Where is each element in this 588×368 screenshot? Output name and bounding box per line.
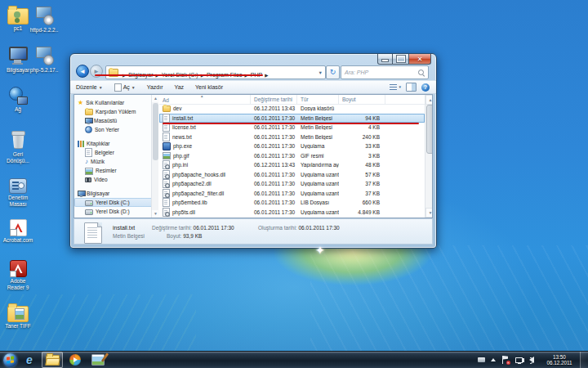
taskbar-paint[interactable]: [87, 352, 109, 368]
refresh-button[interactable]: ↻: [326, 65, 340, 79]
desktop-icon-Ağ[interactable]: Ağ: [2, 86, 34, 113]
sidebar-group-Sık Kullanılanlar[interactable]: ★Sık Kullanılanlar: [74, 98, 151, 107]
image-file-icon: [163, 152, 171, 159]
list-scrollbar[interactable]: ▲ ▼: [425, 95, 433, 218]
sidebar-item-Video[interactable]: Video: [74, 175, 151, 184]
volume-tray-icon[interactable]: [529, 357, 534, 363]
file-row-php5ts.dll[interactable]: php5ts.dll06.01.2011 17:30Uygulama uzant…: [159, 208, 425, 218]
start-button[interactable]: [3, 353, 17, 367]
file-type-cell: Uygulama uzantısı: [297, 191, 339, 196]
column-header-Tür[interactable]: Tür: [297, 95, 339, 104]
new-folder-button[interactable]: Yeni klasör: [189, 84, 229, 90]
file-type-cell: LIB Dosyası: [297, 200, 339, 205]
adobe-reader-icon: [10, 260, 27, 277]
file-name: php5apache2_filter.dll: [172, 191, 224, 196]
file-row-php5embed.lib[interactable]: php5embed.lib06.01.2011 17:30LIB Dosyası…: [159, 198, 425, 208]
desktop-icon-label: php-5.2.17..: [28, 67, 60, 74]
file-row-install.txt[interactable]: install.txt06.01.2011 17:30Metin Belgesi…: [159, 114, 425, 123]
hidden-icons-arrow[interactable]: [491, 358, 496, 361]
file-name: php5ts.dll: [172, 209, 195, 215]
desktop-icon-label: Denetim Masası: [2, 195, 34, 207]
scrollbar-thumb[interactable]: [153, 103, 158, 160]
taskbar-clock[interactable]: 13:50 06.12.2011: [542, 354, 577, 366]
desktop-icon-Acrobat.com[interactable]: Acrobat.com: [2, 218, 34, 244]
scroll-down-icon[interactable]: ▼: [425, 208, 433, 218]
sidebar-item-Müzik[interactable]: ♪Müzik: [74, 157, 151, 166]
music-icon: ♪: [85, 159, 88, 165]
file-name: php5apache2.dll: [172, 181, 212, 186]
sidebar-item-Yerel Disk (D:)[interactable]: Yerel Disk (D:): [74, 207, 151, 216]
taskbar: e ✕ 13:50 06.12.2011: [0, 351, 588, 368]
sidebar-item-Resimler[interactable]: Resimler: [74, 166, 151, 175]
file-row-dev[interactable]: dev06.12.2011 13:43Dosya klasörü: [159, 104, 425, 114]
search-input[interactable]: Ara: PHP: [341, 65, 429, 79]
text-file-icon: [84, 222, 102, 244]
folder-icon: [163, 105, 171, 112]
column-header-Değiştirme tarihi[interactable]: Değiştirme tarihi: [251, 95, 297, 104]
breadcrumb-dropdown-icon[interactable]: ▼: [318, 70, 325, 75]
open-menu[interactable]: Aç▼: [109, 83, 141, 92]
file-row-php5apache2.dll[interactable]: php5apache2.dll06.01.2011 17:30Uygulama …: [159, 179, 425, 189]
desktop-icon-httpd-2.2.2..[interactable]: httpd-2.2.2..: [28, 5, 60, 34]
close-button[interactable]: ✕: [408, 54, 431, 65]
dll-file-icon: [163, 189, 170, 198]
maximize-button[interactable]: [393, 54, 408, 65]
file-name-cell: php.ini: [159, 160, 251, 169]
minimize-button[interactable]: [377, 54, 393, 65]
maximize-icon: [397, 56, 405, 62]
taskbar-windows-explorer[interactable]: [42, 352, 63, 368]
action-center-flag-icon[interactable]: ✕: [502, 356, 509, 364]
file-row-php5apache2_filter.dll[interactable]: php5apache2_filter.dll06.01.2011 17:30Uy…: [159, 189, 425, 199]
sidebar-item-Masaüstü[interactable]: Masaüstü: [74, 116, 151, 125]
desktop-icon-Taner TIFF[interactable]: Taner TIFF: [2, 303, 34, 330]
sidebar-item-Son Yerler[interactable]: Son Yerler: [74, 125, 151, 134]
desktop-icon-Adobe Reader 9[interactable]: Adobe Reader 9: [2, 258, 34, 290]
file-row-news.txt[interactable]: news.txt06.01.2011 17:30Metin Belgesi240…: [159, 132, 425, 142]
desktop-icon-php-5.2.17..[interactable]: php-5.2.17..: [28, 45, 60, 74]
internet-explorer-icon: e: [26, 353, 33, 366]
sidebar-group-Bilgisayar[interactable]: Bilgisayar: [74, 189, 151, 198]
file-size-cell: 4 KB: [339, 124, 385, 130]
installer-icon: [34, 7, 54, 26]
file-row-php.exe[interactable]: php.exe06.01.2011 17:30Uygulama33 KB: [159, 141, 425, 151]
desktop-icon-Denetim Masası[interactable]: Denetim Masası: [2, 177, 34, 207]
desktop-icon-Geri Dönüşü...[interactable]: Geri Dönüşü...: [2, 129, 34, 164]
device-tray-icon[interactable]: [478, 357, 485, 362]
scrollbar-thumb[interactable]: [426, 105, 433, 154]
file-name: dev: [173, 105, 181, 111]
burn-button[interactable]: Yaz: [168, 84, 189, 90]
file-size-cell: 57 KB: [339, 172, 385, 177]
sidebar-scrollbar[interactable]: ▲ ▼: [151, 95, 158, 218]
print-button[interactable]: Yazdır: [141, 84, 169, 90]
file-name-cell: news.txt: [159, 132, 251, 141]
sidebar-item-Karşıdan Yüklem[interactable]: Karşıdan Yüklem: [74, 107, 151, 116]
breadcrumb[interactable]: ▶Bilgisayar▶Yerel Disk (C:)▶Program File…: [105, 65, 326, 79]
scroll-up-icon[interactable]: ▲: [425, 95, 433, 105]
sidebar-item-Yerel Disk (C:)[interactable]: Yerel Disk (C:): [74, 198, 151, 207]
back-button[interactable]: ◄: [76, 65, 89, 78]
taskbar-media-player[interactable]: [65, 352, 86, 368]
file-name-cell: php5apache2.dll: [159, 179, 251, 188]
sidebar-item-label: Karşıdan Yüklem: [96, 109, 136, 114]
scroll-up-icon[interactable]: ▲: [152, 95, 159, 102]
sidebar-item-Belgeler[interactable]: Belgeler: [74, 148, 151, 157]
application-icon: [163, 142, 171, 150]
help-button[interactable]: ?: [421, 83, 430, 92]
change-view-button[interactable]: [390, 83, 401, 92]
preview-pane-button[interactable]: [406, 83, 416, 92]
scroll-down-icon[interactable]: ▼: [152, 210, 159, 218]
column-header-Ad[interactable]: Ad▲: [159, 95, 251, 104]
file-row-php5apache_hooks.dll[interactable]: php5apache_hooks.dll06.01.2011 17:30Uygu…: [159, 170, 425, 180]
file-row-php.ini[interactable]: php.ini06.12.2011 13:43Yapılandırma ayar…: [159, 160, 425, 170]
file-row-php.gif[interactable]: php.gif06.01.2011 17:30GIF resmi3 KB: [159, 151, 425, 161]
sidebar-group-Kitaplıklar[interactable]: Kitaplıklar: [74, 139, 151, 148]
recent-places-icon: [85, 126, 92, 133]
show-desktop-button[interactable]: [580, 352, 588, 368]
taskbar-internet-explorer[interactable]: e: [19, 352, 40, 368]
details-size: Boyut: 93,9 KB: [167, 233, 202, 239]
organize-menu[interactable]: Düzenle▼: [70, 84, 109, 90]
lib-file-icon: [163, 198, 170, 207]
file-size-cell: 3 KB: [339, 153, 385, 159]
column-header-Boyut[interactable]: Boyut: [339, 95, 385, 104]
alert-badge: ✕: [506, 361, 510, 365]
